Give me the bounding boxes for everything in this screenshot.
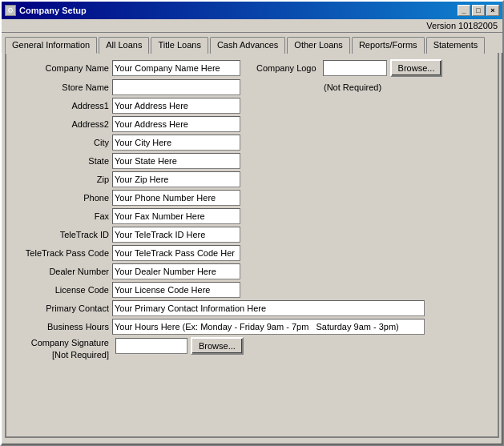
company-name-row: Company Name Company Logo Browse... [13, 59, 491, 77]
city-input[interactable] [112, 135, 240, 151]
tab-title-loans[interactable]: Title Loans [151, 37, 208, 54]
teletrack-id-label: TeleTrack ID [13, 230, 109, 239]
window-title: Company Setup [19, 6, 87, 15]
tab-statements[interactable]: Statements [426, 37, 486, 54]
sig-controls: Browse... [115, 337, 244, 355]
form-grid: Company Name Company Logo Browse... Stor… [13, 59, 491, 362]
teletrack-passcode-row: TeleTrack Pass Code [13, 245, 491, 261]
tab-general-information[interactable]: General Information [5, 37, 97, 54]
state-input[interactable] [112, 153, 240, 169]
business-hours-label: Business Hours [13, 322, 109, 331]
company-signature-not-required: [Not Required] [52, 350, 109, 360]
address1-label: Address1 [13, 101, 109, 110]
primary-contact-input[interactable] [112, 300, 425, 316]
dealer-number-label: Dealer Number [13, 267, 109, 276]
company-name-input[interactable] [112, 60, 240, 76]
address2-input[interactable] [112, 116, 240, 132]
license-code-row: License Code [13, 282, 491, 298]
phone-input[interactable] [112, 190, 240, 206]
company-name-label: Company Name [13, 63, 109, 73]
main-window: ⚙ Company Setup _ □ × Version 10182005 G… [0, 0, 504, 446]
fax-row: Fax [13, 208, 491, 224]
license-code-label: License Code [13, 285, 109, 295]
tab-reports-forms[interactable]: Reports/Forms [352, 37, 425, 54]
tab-cash-advances[interactable]: Cash Advances [210, 37, 285, 54]
tab-all-loans[interactable]: All Loans [99, 37, 149, 54]
window-icon: ⚙ [5, 5, 16, 16]
tab-other-loans[interactable]: Other Loans [287, 37, 350, 54]
close-button[interactable]: × [486, 5, 499, 16]
fax-input[interactable] [112, 208, 240, 224]
version-text: Version 10182005 [426, 21, 498, 30]
phone-row: Phone [13, 190, 491, 206]
dealer-number-row: Dealer Number [13, 263, 491, 279]
business-hours-row: Business Hours [13, 319, 491, 335]
company-signature-row: Company Signature [Not Required] Browse.… [13, 337, 491, 362]
minimize-button[interactable]: _ [458, 5, 470, 16]
fax-label: Fax [13, 211, 109, 221]
title-bar-left: ⚙ Company Setup [5, 5, 87, 16]
store-name-input[interactable] [112, 79, 240, 95]
address1-input[interactable] [112, 98, 240, 114]
company-signature-label: Company Signature [31, 338, 109, 348]
primary-contact-label: Primary Contact [13, 303, 109, 313]
teletrack-id-input[interactable] [112, 227, 240, 243]
license-code-input[interactable] [112, 282, 240, 298]
version-bar: Version 10182005 [2, 19, 502, 33]
store-name-label: Store Name [13, 82, 109, 92]
content-area: Company Name Company Logo Browse... Stor… [5, 53, 499, 438]
city-row: City [13, 135, 491, 151]
tabs-row: General Information All Loans Title Loan… [2, 33, 502, 53]
address2-row: Address2 [13, 116, 491, 132]
business-hours-input[interactable] [112, 319, 425, 335]
city-label: City [13, 138, 109, 147]
company-signature-input[interactable] [115, 338, 187, 354]
address2-label: Address2 [13, 119, 109, 129]
company-logo-input[interactable] [323, 60, 387, 76]
state-label: State [13, 156, 109, 166]
teletrack-passcode-input[interactable] [112, 245, 240, 261]
logo-not-required-label: (Not Required) [324, 82, 388, 92]
browse-signature-button[interactable]: Browse... [191, 337, 244, 355]
zip-label: Zip [13, 175, 109, 184]
phone-label: Phone [13, 193, 109, 203]
teletrack-passcode-label: TeleTrack Pass Code [13, 248, 109, 258]
address1-row: Address1 [13, 98, 491, 114]
company-logo-label: Company Logo [256, 63, 317, 73]
maximize-button[interactable]: □ [472, 5, 485, 16]
dealer-number-input[interactable] [112, 263, 240, 279]
browse-logo-button[interactable]: Browse... [390, 59, 443, 77]
state-row: State [13, 153, 491, 169]
company-signature-label-block: Company Signature [Not Required] [13, 337, 109, 362]
zip-row: Zip [13, 171, 491, 187]
logo-not-required-row: Store Name (Not Required) [13, 79, 491, 95]
zip-input[interactable] [112, 171, 240, 187]
teletrack-id-row: TeleTrack ID [13, 227, 491, 243]
title-buttons: _ □ × [458, 5, 499, 16]
title-bar: ⚙ Company Setup _ □ × [2, 2, 502, 19]
primary-contact-row: Primary Contact [13, 300, 491, 316]
